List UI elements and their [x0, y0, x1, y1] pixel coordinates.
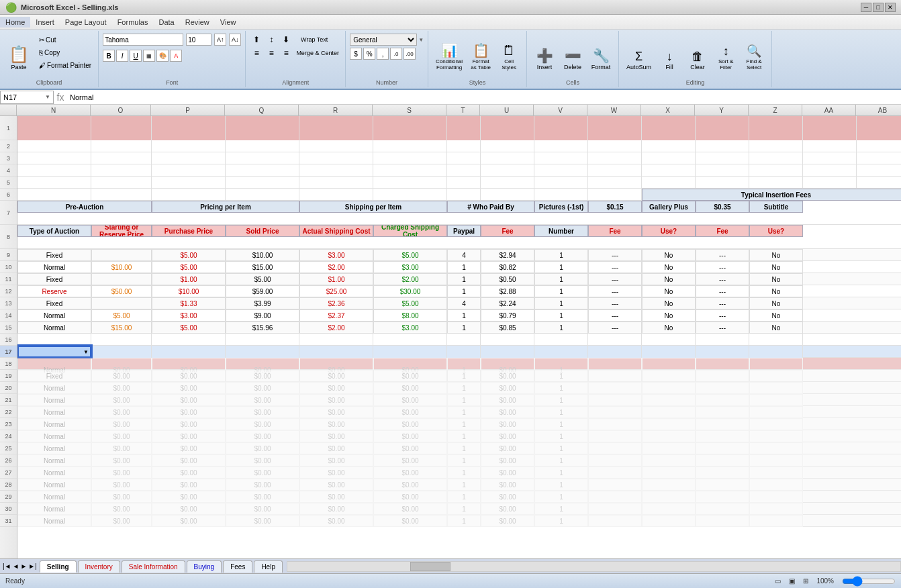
cell-ab2[interactable] [857, 140, 901, 152]
comma-format-button[interactable]: , [377, 48, 389, 60]
number-subheader[interactable]: Number [534, 225, 588, 237]
tab-inventory[interactable]: Inventory [78, 560, 120, 573]
cell-u2[interactable] [481, 140, 534, 152]
cell-11-reserve[interactable] [91, 273, 152, 285]
zoom-slider[interactable] [842, 576, 896, 587]
cell-9-gallery[interactable]: No [642, 249, 696, 261]
cell-9-paypal[interactable]: 4 [447, 249, 481, 261]
find-select-button[interactable]: 🔍 Find &Select [741, 34, 767, 72]
row-num-27[interactable]: 27 [0, 467, 17, 479]
cell-styles-button[interactable]: 🗒 CellStyles [495, 34, 522, 72]
cell-9-sold[interactable]: $10.00 [226, 249, 299, 261]
cell-14-reserve[interactable]: $5.00 [91, 309, 152, 322]
cell-14-paypal[interactable]: 1 [447, 309, 481, 322]
cell-n2[interactable] [17, 140, 91, 152]
col-header-z[interactable]: Z [749, 105, 802, 115]
italic-button[interactable]: I [116, 50, 128, 62]
cell-12-gallery[interactable]: No [642, 285, 696, 297]
cell-13-actual[interactable]: $2.36 [299, 297, 373, 309]
cell-10-charged[interactable]: $3.00 [373, 261, 447, 273]
cell-10-pics[interactable]: 1 [534, 261, 588, 273]
maximize-button[interactable]: □ [873, 3, 884, 12]
cell-12-paypal[interactable]: 1 [447, 285, 481, 297]
cell-9-purchase[interactable]: $5.00 [152, 249, 226, 261]
menu-data[interactable]: Data [153, 17, 179, 28]
cell-10-sub[interactable]: No [749, 261, 803, 273]
cell-12-reserve[interactable]: $50.00 [91, 285, 152, 297]
col-header-w[interactable]: W [587, 105, 641, 115]
sold-subheader[interactable]: Sold Price [226, 225, 299, 237]
row-num-7[interactable]: 7 [0, 201, 17, 225]
conditional-formatting-button[interactable]: 📊 ConditionalFormatting [432, 34, 466, 72]
cell-15-pics[interactable]: 1 [534, 322, 588, 334]
row-num-23[interactable]: 23 [0, 418, 17, 430]
cell-13-charged[interactable]: $5.00 [373, 297, 447, 309]
who-paid-header[interactable]: # Who Paid By [447, 201, 534, 213]
col-header-t[interactable]: T [446, 105, 480, 115]
tab-help[interactable]: Help [254, 560, 283, 573]
cell-w2[interactable] [588, 140, 642, 152]
col-header-x[interactable]: X [641, 105, 695, 115]
cell-15-type[interactable]: Normal [17, 322, 91, 334]
cell-14-actual[interactable]: $2.37 [299, 309, 373, 322]
cell-12-type[interactable]: Reserve [17, 285, 91, 297]
cell-11-fee015[interactable]: --- [588, 273, 642, 285]
cell-11-pics[interactable]: 1 [534, 273, 588, 285]
view-pagebreak-button[interactable]: ⊞ [803, 577, 808, 585]
col-header-q[interactable]: Q [225, 105, 299, 115]
purchase-subheader[interactable]: Purchase Price [152, 225, 226, 237]
cell-13-sub[interactable]: No [749, 297, 803, 309]
row-num-21[interactable]: 21 [0, 394, 17, 406]
cell-9-type[interactable]: Fixed [17, 249, 91, 261]
row-num-1[interactable]: 1 [0, 116, 17, 140]
cell-o1[interactable] [91, 116, 152, 140]
row-num-12[interactable]: 12 [0, 285, 17, 297]
cell-12-pics[interactable]: 1 [534, 285, 588, 297]
cell-14-type[interactable]: Normal [17, 309, 91, 322]
sheet-next-button[interactable]: ► [20, 562, 27, 570]
cell-ab1[interactable] [857, 116, 901, 140]
cell-y2[interactable] [696, 140, 749, 152]
cell-10-fee035[interactable]: --- [696, 261, 749, 273]
row-num-19[interactable]: 19 [0, 370, 17, 382]
cell-9-fee[interactable]: $2.94 [481, 249, 534, 261]
cell-12-fee035[interactable]: --- [696, 285, 749, 297]
cell-z2[interactable] [749, 140, 803, 152]
sheet-first-button[interactable]: |◄ [3, 562, 11, 570]
cell-15-charged[interactable]: $3.00 [373, 322, 447, 334]
copy-button[interactable]: ⎘ Copy [36, 46, 94, 58]
shipping-header[interactable]: Shipping per Item [299, 201, 447, 213]
cell-z1[interactable] [749, 116, 803, 140]
sheet-prev-button[interactable]: ◄ [13, 562, 19, 570]
cell-14-fee035[interactable]: --- [696, 309, 749, 322]
cell-t2[interactable] [447, 140, 481, 152]
subtitle-header[interactable]: Subtitle [749, 201, 803, 213]
view-layout-button[interactable]: ▣ [789, 577, 795, 585]
cell-10-fee015[interactable]: --- [588, 261, 642, 273]
col-header-y[interactable]: Y [695, 105, 749, 115]
pre-auction-header[interactable]: Pre-Auction [17, 201, 152, 213]
font-color-button[interactable]: A [170, 50, 182, 62]
cell-aa1[interactable] [803, 116, 857, 140]
insert-button[interactable]: ➕ Insert [531, 34, 558, 72]
cut-button[interactable]: ✂ Cut [36, 34, 94, 46]
col-header-v[interactable]: V [534, 105, 587, 115]
cell-p1[interactable] [152, 116, 226, 140]
cell-v2[interactable] [534, 140, 588, 152]
cell-11-sold[interactable]: $5.00 [226, 273, 299, 285]
decrease-font-button[interactable]: A↓ [229, 34, 241, 46]
cell-10-purchase[interactable]: $5.00 [152, 261, 226, 273]
fee3-subheader[interactable]: Fee [696, 225, 749, 237]
cell-13-fee035[interactable]: --- [696, 297, 749, 309]
cell-n1[interactable] [17, 116, 91, 140]
cell-11-fee035[interactable]: --- [696, 273, 749, 285]
cell-11-paypal[interactable]: 1 [447, 273, 481, 285]
fee015-header[interactable]: $0.15 [588, 201, 642, 213]
decrease-decimal-button[interactable]: .00 [404, 48, 416, 60]
actual-shipping-subheader[interactable]: Actual Shipping Cost [299, 225, 373, 237]
cell-9-pics[interactable]: 1 [534, 249, 588, 261]
scrollbar-thumb[interactable] [410, 562, 450, 571]
cell-10-paypal[interactable]: 1 [447, 261, 481, 273]
cell-10-type[interactable]: Normal [17, 261, 91, 273]
cell-13-type[interactable]: Fixed [17, 297, 91, 309]
